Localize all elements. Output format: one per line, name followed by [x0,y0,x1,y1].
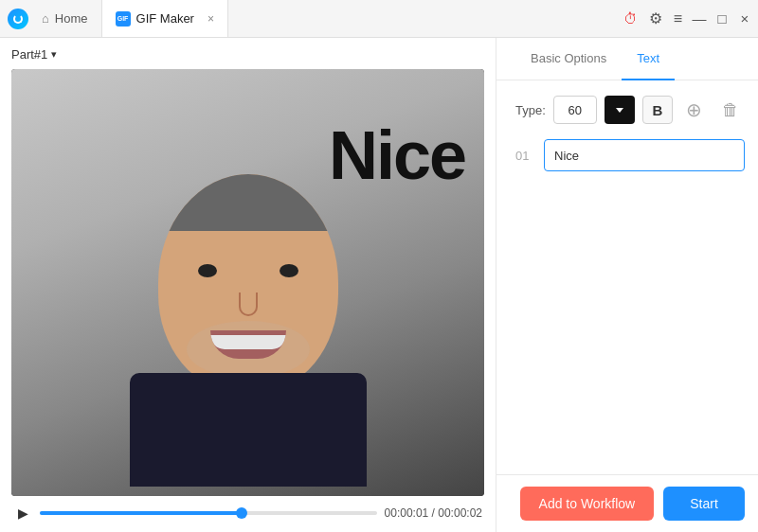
time-display: 00:00:01 / 00:00:02 [385,506,482,520]
panel-tabs: Basic Options Text [496,38,758,80]
settings-icon[interactable]: ⚙ [649,9,662,27]
text-entry-number: 01 [515,149,534,163]
start-button[interactable]: Start [663,487,745,521]
person-head [158,174,338,392]
font-size-input[interactable] [553,96,597,124]
person-figure [116,174,381,496]
maximize-button[interactable]: □ [716,13,728,25]
progress-thumb[interactable] [236,507,247,519]
right-panel: Basic Options Text Type: B ⊕ [496,38,758,532]
person-left-eye [198,264,217,277]
person-beard [187,321,310,378]
gif-maker-icon: GIF [116,11,131,27]
tab-close-button[interactable]: × [208,13,214,25]
delete-text-button[interactable]: 🗑 [716,96,745,124]
home-tab-label: Home [55,11,88,26]
main-content: Part#1 ▾ Nice [0,38,758,532]
app-logo [8,9,28,29]
tab-basic-options[interactable]: Basic Options [515,38,622,80]
text-entry-input[interactable] [544,139,745,171]
progress-bar-fill [40,511,242,515]
tab-gif-maker[interactable]: GIF GIF Maker × [101,0,228,37]
text-entry-row: 01 [515,139,745,171]
tab-gif-maker-label: GIF Maker [136,11,194,26]
app-logo-icon [13,14,23,24]
part-selector[interactable]: Part#1 ▾ [11,47,484,62]
person-right-eye [280,264,298,277]
panel-content: Type: B ⊕ 🗑 01 [496,80,758,474]
video-background: Nice [11,69,484,496]
part-label: Part#1 [11,47,47,62]
video-preview: Nice [11,69,484,496]
type-label: Type: [515,103,546,117]
minimize-button[interactable]: — [694,13,705,25]
title-bar-actions: ⏱ ⚙ ≡ — □ × [623,9,750,27]
person-nose [239,293,258,316]
person-hair [158,174,338,231]
type-options-row: Type: B ⊕ 🗑 [515,96,745,124]
color-picker-button[interactable] [605,96,635,124]
add-to-workflow-button[interactable]: Add to Workflow [520,487,655,521]
part-dropdown-icon: ▾ [51,48,57,61]
tab-text[interactable]: Text [622,38,675,80]
home-icon: ⌂ [42,11,49,26]
bottom-bar: Add to Workflow Start [496,474,758,532]
left-panel: Part#1 ▾ Nice [0,38,496,532]
title-bar: ⌂ Home GIF GIF Maker × ⏱ ⚙ ≡ — □ × [0,0,758,38]
person-torso [130,373,367,487]
close-button[interactable]: × [739,13,750,25]
color-picker-arrow-icon [616,108,623,113]
progress-bar[interactable] [40,511,377,515]
play-button[interactable]: ▶ [13,504,32,523]
video-controls: ▶ 00:00:01 / 00:00:02 [11,504,484,523]
tab-home[interactable]: ⌂ Home [28,0,101,37]
timer-icon[interactable]: ⏱ [623,10,638,27]
bold-button[interactable]: B [642,96,673,124]
menu-icon[interactable]: ≡ [674,10,682,27]
add-text-button[interactable]: ⊕ [680,96,709,124]
